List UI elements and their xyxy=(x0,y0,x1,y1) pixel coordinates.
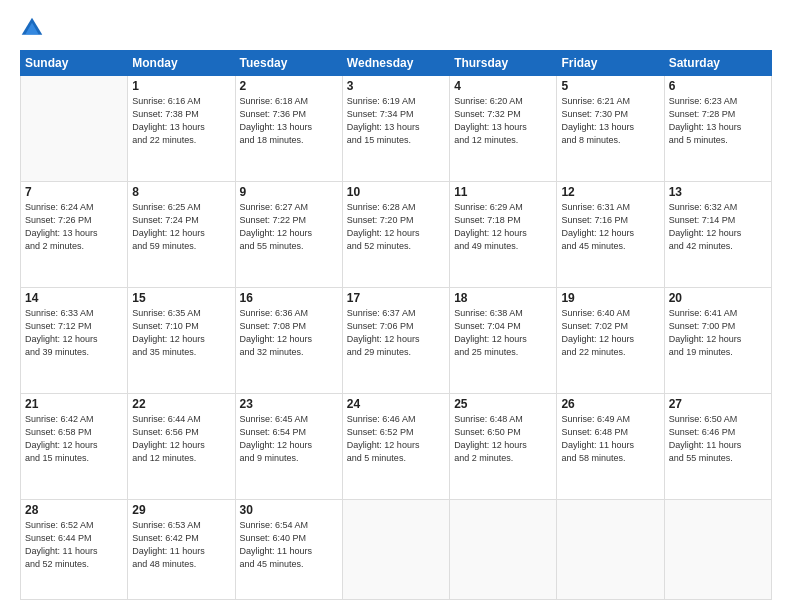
calendar-cell: 5Sunrise: 6:21 AMSunset: 7:30 PMDaylight… xyxy=(557,76,664,182)
day-number: 2 xyxy=(240,79,338,93)
calendar-cell: 7Sunrise: 6:24 AMSunset: 7:26 PMDaylight… xyxy=(21,182,128,288)
calendar-cell: 21Sunrise: 6:42 AMSunset: 6:58 PMDayligh… xyxy=(21,394,128,500)
day-number: 24 xyxy=(347,397,445,411)
day-info: Sunrise: 6:23 AMSunset: 7:28 PMDaylight:… xyxy=(669,95,767,147)
day-number: 9 xyxy=(240,185,338,199)
day-info: Sunrise: 6:31 AMSunset: 7:16 PMDaylight:… xyxy=(561,201,659,253)
calendar-cell: 19Sunrise: 6:40 AMSunset: 7:02 PMDayligh… xyxy=(557,288,664,394)
day-header-friday: Friday xyxy=(557,51,664,76)
calendar-cell: 16Sunrise: 6:36 AMSunset: 7:08 PMDayligh… xyxy=(235,288,342,394)
day-info: Sunrise: 6:20 AMSunset: 7:32 PMDaylight:… xyxy=(454,95,552,147)
day-info: Sunrise: 6:50 AMSunset: 6:46 PMDaylight:… xyxy=(669,413,767,465)
day-number: 18 xyxy=(454,291,552,305)
calendar-cell: 20Sunrise: 6:41 AMSunset: 7:00 PMDayligh… xyxy=(664,288,771,394)
calendar-cell: 4Sunrise: 6:20 AMSunset: 7:32 PMDaylight… xyxy=(450,76,557,182)
day-number: 19 xyxy=(561,291,659,305)
day-header-saturday: Saturday xyxy=(664,51,771,76)
calendar-cell: 1Sunrise: 6:16 AMSunset: 7:38 PMDaylight… xyxy=(128,76,235,182)
day-header-monday: Monday xyxy=(128,51,235,76)
day-number: 13 xyxy=(669,185,767,199)
day-number: 8 xyxy=(132,185,230,199)
day-info: Sunrise: 6:16 AMSunset: 7:38 PMDaylight:… xyxy=(132,95,230,147)
day-number: 15 xyxy=(132,291,230,305)
day-info: Sunrise: 6:42 AMSunset: 6:58 PMDaylight:… xyxy=(25,413,123,465)
day-info: Sunrise: 6:27 AMSunset: 7:22 PMDaylight:… xyxy=(240,201,338,253)
day-info: Sunrise: 6:54 AMSunset: 6:40 PMDaylight:… xyxy=(240,519,338,571)
day-info: Sunrise: 6:44 AMSunset: 6:56 PMDaylight:… xyxy=(132,413,230,465)
day-info: Sunrise: 6:25 AMSunset: 7:24 PMDaylight:… xyxy=(132,201,230,253)
calendar-cell xyxy=(450,500,557,600)
day-info: Sunrise: 6:19 AMSunset: 7:34 PMDaylight:… xyxy=(347,95,445,147)
day-number: 26 xyxy=(561,397,659,411)
day-info: Sunrise: 6:52 AMSunset: 6:44 PMDaylight:… xyxy=(25,519,123,571)
calendar-cell xyxy=(664,500,771,600)
day-header-thursday: Thursday xyxy=(450,51,557,76)
day-number: 7 xyxy=(25,185,123,199)
calendar-cell xyxy=(21,76,128,182)
calendar-cell: 22Sunrise: 6:44 AMSunset: 6:56 PMDayligh… xyxy=(128,394,235,500)
calendar-cell: 26Sunrise: 6:49 AMSunset: 6:48 PMDayligh… xyxy=(557,394,664,500)
day-number: 20 xyxy=(669,291,767,305)
day-info: Sunrise: 6:46 AMSunset: 6:52 PMDaylight:… xyxy=(347,413,445,465)
day-info: Sunrise: 6:49 AMSunset: 6:48 PMDaylight:… xyxy=(561,413,659,465)
day-number: 22 xyxy=(132,397,230,411)
calendar-cell: 6Sunrise: 6:23 AMSunset: 7:28 PMDaylight… xyxy=(664,76,771,182)
day-info: Sunrise: 6:29 AMSunset: 7:18 PMDaylight:… xyxy=(454,201,552,253)
day-number: 11 xyxy=(454,185,552,199)
day-number: 4 xyxy=(454,79,552,93)
header xyxy=(20,16,772,40)
calendar-cell: 3Sunrise: 6:19 AMSunset: 7:34 PMDaylight… xyxy=(342,76,449,182)
day-info: Sunrise: 6:37 AMSunset: 7:06 PMDaylight:… xyxy=(347,307,445,359)
logo-icon xyxy=(20,16,44,40)
day-number: 29 xyxy=(132,503,230,517)
day-info: Sunrise: 6:53 AMSunset: 6:42 PMDaylight:… xyxy=(132,519,230,571)
calendar-cell: 28Sunrise: 6:52 AMSunset: 6:44 PMDayligh… xyxy=(21,500,128,600)
day-info: Sunrise: 6:28 AMSunset: 7:20 PMDaylight:… xyxy=(347,201,445,253)
day-number: 12 xyxy=(561,185,659,199)
calendar-cell xyxy=(557,500,664,600)
calendar-cell: 8Sunrise: 6:25 AMSunset: 7:24 PMDaylight… xyxy=(128,182,235,288)
day-number: 16 xyxy=(240,291,338,305)
day-header-sunday: Sunday xyxy=(21,51,128,76)
calendar-cell: 9Sunrise: 6:27 AMSunset: 7:22 PMDaylight… xyxy=(235,182,342,288)
day-number: 27 xyxy=(669,397,767,411)
day-number: 25 xyxy=(454,397,552,411)
day-info: Sunrise: 6:35 AMSunset: 7:10 PMDaylight:… xyxy=(132,307,230,359)
day-info: Sunrise: 6:45 AMSunset: 6:54 PMDaylight:… xyxy=(240,413,338,465)
calendar-cell xyxy=(342,500,449,600)
day-number: 5 xyxy=(561,79,659,93)
calendar-cell: 29Sunrise: 6:53 AMSunset: 6:42 PMDayligh… xyxy=(128,500,235,600)
calendar-cell: 2Sunrise: 6:18 AMSunset: 7:36 PMDaylight… xyxy=(235,76,342,182)
day-number: 14 xyxy=(25,291,123,305)
calendar-cell: 18Sunrise: 6:38 AMSunset: 7:04 PMDayligh… xyxy=(450,288,557,394)
day-number: 30 xyxy=(240,503,338,517)
page: SundayMondayTuesdayWednesdayThursdayFrid… xyxy=(0,0,792,612)
calendar-cell: 15Sunrise: 6:35 AMSunset: 7:10 PMDayligh… xyxy=(128,288,235,394)
day-number: 17 xyxy=(347,291,445,305)
day-number: 23 xyxy=(240,397,338,411)
day-info: Sunrise: 6:41 AMSunset: 7:00 PMDaylight:… xyxy=(669,307,767,359)
calendar-cell: 14Sunrise: 6:33 AMSunset: 7:12 PMDayligh… xyxy=(21,288,128,394)
day-info: Sunrise: 6:48 AMSunset: 6:50 PMDaylight:… xyxy=(454,413,552,465)
calendar-cell: 25Sunrise: 6:48 AMSunset: 6:50 PMDayligh… xyxy=(450,394,557,500)
day-info: Sunrise: 6:24 AMSunset: 7:26 PMDaylight:… xyxy=(25,201,123,253)
calendar-header-row: SundayMondayTuesdayWednesdayThursdayFrid… xyxy=(21,51,772,76)
logo xyxy=(20,16,48,40)
calendar-cell: 30Sunrise: 6:54 AMSunset: 6:40 PMDayligh… xyxy=(235,500,342,600)
day-info: Sunrise: 6:32 AMSunset: 7:14 PMDaylight:… xyxy=(669,201,767,253)
day-info: Sunrise: 6:33 AMSunset: 7:12 PMDaylight:… xyxy=(25,307,123,359)
day-number: 28 xyxy=(25,503,123,517)
calendar-cell: 10Sunrise: 6:28 AMSunset: 7:20 PMDayligh… xyxy=(342,182,449,288)
calendar-cell: 27Sunrise: 6:50 AMSunset: 6:46 PMDayligh… xyxy=(664,394,771,500)
day-info: Sunrise: 6:21 AMSunset: 7:30 PMDaylight:… xyxy=(561,95,659,147)
day-info: Sunrise: 6:40 AMSunset: 7:02 PMDaylight:… xyxy=(561,307,659,359)
day-header-tuesday: Tuesday xyxy=(235,51,342,76)
calendar-cell: 11Sunrise: 6:29 AMSunset: 7:18 PMDayligh… xyxy=(450,182,557,288)
day-header-wednesday: Wednesday xyxy=(342,51,449,76)
day-info: Sunrise: 6:36 AMSunset: 7:08 PMDaylight:… xyxy=(240,307,338,359)
calendar-cell: 17Sunrise: 6:37 AMSunset: 7:06 PMDayligh… xyxy=(342,288,449,394)
calendar-cell: 24Sunrise: 6:46 AMSunset: 6:52 PMDayligh… xyxy=(342,394,449,500)
calendar-cell: 13Sunrise: 6:32 AMSunset: 7:14 PMDayligh… xyxy=(664,182,771,288)
day-info: Sunrise: 6:18 AMSunset: 7:36 PMDaylight:… xyxy=(240,95,338,147)
day-number: 10 xyxy=(347,185,445,199)
